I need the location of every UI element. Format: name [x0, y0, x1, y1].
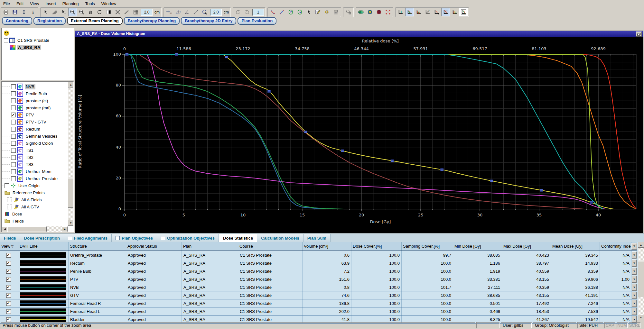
visibility-checkbox[interactable]: ✓ — [11, 113, 16, 117]
menu-insert[interactable]: Insert — [42, 0, 59, 7]
chevron-down-icon[interactable]: ▼ — [632, 268, 637, 275]
expand-arrows-button[interactable] — [384, 8, 392, 16]
view-checkbox[interactable]: ✓ — [6, 277, 11, 282]
updown-arrow-button[interactable] — [20, 8, 28, 16]
list-item-sigmoid-colon[interactable]: Sigmoid Colon — [2, 140, 66, 147]
list-item-fields[interactable]: Fields — [2, 217, 66, 224]
hatch-draw-button[interactable] — [50, 8, 59, 16]
zoom-in-button[interactable] — [68, 8, 77, 16]
pointer-button[interactable] — [41, 8, 50, 16]
patient-node[interactable] — [4, 30, 73, 37]
tab-plan-objectives[interactable]: Plan Objectives — [112, 234, 157, 242]
pointer-select-button[interactable] — [59, 8, 68, 16]
info-button[interactable]: i — [29, 8, 37, 16]
view-checkbox[interactable]: ✓ — [6, 261, 11, 266]
chart-n-button[interactable]: N — [423, 8, 432, 16]
chevron-down-icon[interactable]: ▼ — [632, 300, 637, 307]
chart-info-button[interactable]: i — [396, 8, 405, 16]
red-curve-button[interactable] — [268, 8, 277, 16]
lock-search-button[interactable] — [344, 8, 353, 16]
black-pointer-button[interactable] — [304, 8, 313, 16]
chart-dvh-button[interactable] — [405, 8, 414, 16]
column-header-dvh-line[interactable]: DVH Line — [18, 242, 69, 251]
grid-button[interactable] — [131, 8, 140, 16]
visibility-checkbox[interactable] — [5, 183, 9, 188]
table-row[interactable]: ✓NVBApprovedA_SRS_RAC1 SRS Prostate0.810… — [0, 283, 637, 291]
column-header-max-dose-gy-[interactable]: Max Dose [Gy] — [502, 242, 551, 251]
table-row[interactable]: ✓Penile BulbApprovedA_SRS_RAC1 SRS Prost… — [0, 267, 637, 275]
toolbar-value-input[interactable] — [141, 9, 153, 16]
list-item-ts1[interactable]: TS1 — [2, 147, 66, 154]
table-row[interactable]: ✓PTVApprovedA_SRS_RAC1 SRS Prostate151.6… — [0, 275, 637, 283]
contour-arrow-button[interactable] — [286, 8, 295, 16]
visibility-checkbox[interactable] — [11, 141, 16, 146]
visibility-checkbox[interactable] — [11, 162, 16, 167]
header-options-dropdown[interactable]: ▼ — [631, 242, 637, 251]
rotate-forward-button[interactable] — [234, 8, 242, 16]
list-item-prostate-ct-[interactable]: prostate (ct) — [2, 97, 66, 104]
sphere-red-button[interactable] — [375, 8, 383, 16]
list-item-all-a-fields[interactable]: All A Fields — [2, 196, 66, 203]
column-header-mean-dose-gy-[interactable]: Mean Dose [Gy] — [551, 242, 600, 251]
view-checkbox[interactable]: ✓ — [6, 285, 11, 290]
pencil-edit-button[interactable] — [313, 8, 322, 16]
dvh-point-handle[interactable] — [304, 131, 307, 133]
dvh-point-handle[interactable] — [225, 56, 228, 58]
visibility-checkbox[interactable] — [11, 84, 16, 89]
column-header-view[interactable]: View▽ — [0, 242, 18, 251]
column-header-min-dose-gy-[interactable]: Min Dose [Gy] — [453, 242, 502, 251]
stamp-button[interactable] — [331, 8, 340, 16]
visibility-checkbox[interactable] — [11, 98, 16, 103]
column-header-conformity-index[interactable]: Conformity Index — [600, 242, 631, 251]
list-item-all-a-gtv[interactable]: All A GTV — [2, 203, 66, 210]
hscroll-thumb[interactable] — [7, 226, 47, 232]
contour-dots-button[interactable] — [295, 8, 304, 16]
table-row[interactable]: ✓Femoral Head LApprovedA_SRS_RAC1 SRS Pr… — [0, 307, 637, 315]
dvh-point-handle[interactable] — [490, 180, 493, 182]
dvh-point-handle[interactable] — [441, 169, 443, 171]
dvh-point-handle[interactable] — [590, 201, 593, 204]
tab-plan-sum[interactable]: Plan Sum — [303, 234, 331, 242]
tab-dose-prescription[interactable]: Dose Prescription — [20, 234, 64, 242]
chevron-down-icon[interactable]: ▼ — [632, 292, 637, 299]
visibility-checkbox[interactable] — [11, 91, 16, 96]
list-item-ts2[interactable]: TS2 — [2, 154, 66, 161]
dvh-point-handle[interactable] — [126, 53, 128, 56]
tree-expander-icon[interactable]: − — [4, 38, 8, 42]
dvh-point-handle[interactable] — [540, 189, 543, 191]
visibility-checkbox[interactable] — [11, 127, 16, 132]
menu-file[interactable]: File — [0, 0, 13, 7]
filter-icon[interactable]: ▽ — [11, 245, 14, 248]
list-item-ptv-gtv[interactable]: PTV - GTV — [2, 118, 66, 125]
move-anchor-button[interactable] — [322, 8, 331, 16]
chart-white-button[interactable] — [459, 8, 468, 16]
scroll-down-icon[interactable]: ▼ — [68, 220, 74, 226]
chevron-down-icon[interactable]: ▼ — [632, 276, 637, 283]
table-scroll-down-icon[interactable]: ▼ — [638, 315, 644, 320]
tab-fields[interactable]: Fields — [0, 234, 20, 242]
list-item-seminal-vesicles[interactable]: Seminal Vesicles — [2, 133, 66, 140]
chevron-down-icon[interactable]: ▼ — [632, 308, 637, 315]
column-header-structure[interactable]: Structure — [69, 242, 126, 251]
structure-list-vscrollbar[interactable]: ▲ ▼ — [68, 82, 73, 226]
view-checkbox[interactable]: ✓ — [6, 309, 11, 314]
pan-hand-button[interactable] — [86, 8, 95, 16]
scroll-right-icon[interactable]: ▶ — [62, 226, 68, 232]
table-row[interactable]: ✓GTVApprovedA_SRS_RAC1 SRS Prostate74.61… — [0, 291, 637, 299]
crosshair-54-button[interactable]: 54 — [164, 8, 173, 16]
visibility-checkbox[interactable] — [11, 148, 16, 153]
column-header-plan[interactable]: Plan — [182, 242, 238, 251]
menu-tools[interactable]: Tools — [82, 0, 98, 7]
angle-button[interactable] — [182, 8, 191, 16]
tab-checkbox[interactable] — [68, 236, 72, 240]
list-item-rectum[interactable]: Rectum — [2, 125, 66, 133]
scroll-left-icon[interactable]: ◀ — [2, 226, 8, 232]
table-vscrollbar[interactable]: ▲ ▼ — [638, 242, 644, 320]
column-header-dose-cover-[interactable]: Dose Cover.[%] — [351, 242, 402, 251]
view-checkbox[interactable]: ✓ — [6, 301, 11, 306]
menu-view[interactable]: View — [27, 0, 42, 7]
toolbar-value-input[interactable] — [210, 9, 222, 16]
list-item-prostate-mri-[interactable]: prostate (mri) — [2, 104, 66, 111]
visibility-checkbox[interactable] — [7, 197, 12, 202]
tab-external-beam-planning[interactable]: External Beam Planning — [67, 17, 123, 25]
